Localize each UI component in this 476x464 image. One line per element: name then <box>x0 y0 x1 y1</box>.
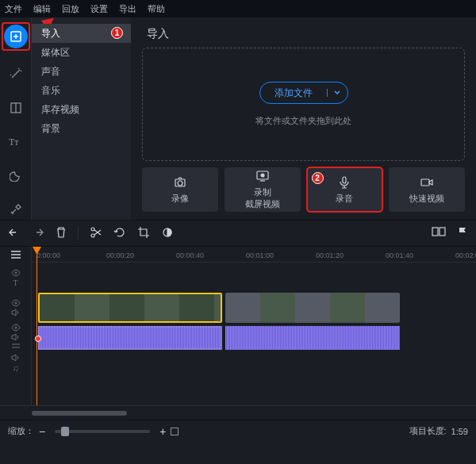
sidebar-item-label: 库存视频 <box>41 104 79 115</box>
menu-bar: 文件 编辑 回放 设置 导出 帮助 <box>0 0 476 17</box>
tool-import[interactable] <box>4 25 28 48</box>
crop-button[interactable] <box>137 226 150 241</box>
track-headers: T ♫ <box>0 247 32 405</box>
svg-point-15 <box>14 302 16 304</box>
import-panel: 导入 添加文件 将文件或文件夹拖到此处 录像 录制 截屏视频 2 录 <box>131 17 476 220</box>
menu-export[interactable]: 导出 <box>119 3 136 15</box>
redo-button[interactable] <box>32 226 44 241</box>
panel-title: 导入 <box>147 27 465 41</box>
tool-text[interactable]: Tт <box>4 131 28 152</box>
ruler-tick: 00:00:40 <box>176 251 204 259</box>
menu-help[interactable]: 帮助 <box>148 3 165 15</box>
rotate-icon <box>113 226 126 239</box>
tool-wand[interactable] <box>4 63 28 85</box>
time-ruler[interactable]: 0:00:00 00:00:20 00:00:40 00:01:00 00:01… <box>32 247 476 263</box>
ruler-tick: 00:02:00 <box>455 251 476 259</box>
sidebar-item-label: 媒体区 <box>41 47 70 58</box>
project-duration-label: 项目长度: <box>409 425 447 437</box>
capture-camera-button[interactable]: 录像 <box>142 167 218 212</box>
microphone-icon <box>337 175 351 190</box>
svg-point-3 <box>178 181 182 186</box>
camera-icon <box>173 175 187 190</box>
sidebar-item-bg[interactable]: 背景 <box>32 119 131 138</box>
eye-icon <box>11 299 21 307</box>
track-head-audio[interactable]: ♫ <box>0 350 31 377</box>
text-track-icon: T <box>13 278 17 287</box>
add-file-button[interactable]: 添加文件 <box>259 82 348 104</box>
zoom-slider-thumb[interactable] <box>61 427 69 436</box>
adjust-button[interactable] <box>161 226 174 241</box>
tool-tools[interactable] <box>4 198 28 220</box>
audio-clip-2[interactable] <box>225 326 400 350</box>
zoom-fit-button[interactable] <box>171 428 178 435</box>
undo-button[interactable] <box>8 226 21 241</box>
track-head-video[interactable] <box>0 293 31 323</box>
menu-file[interactable]: 文件 <box>5 3 22 15</box>
callout-badge-2: 2 <box>312 172 324 184</box>
screen-record-icon <box>255 169 270 183</box>
capture-quick-video-button[interactable]: 快速视频 <box>389 167 465 212</box>
svg-point-16 <box>14 327 16 328</box>
menu-playback[interactable]: 回放 <box>62 3 79 15</box>
sidebar-item-music[interactable]: 音乐 <box>32 81 131 100</box>
timeline-scrollbar[interactable] <box>0 405 476 420</box>
chevron-down-icon <box>333 89 341 97</box>
svg-point-9 <box>91 234 94 237</box>
tool-import-highlight <box>2 22 30 51</box>
overlay-track[interactable] <box>32 326 476 351</box>
menu-settings[interactable]: 设置 <box>90 3 108 15</box>
video-clip-1[interactable] <box>38 293 222 323</box>
zoom-in-button[interactable]: + <box>159 425 166 438</box>
cut-button[interactable] <box>90 226 102 241</box>
delete-button[interactable] <box>56 226 67 241</box>
menu-edit[interactable]: 编辑 <box>33 3 51 15</box>
sidebar-item-import[interactable]: 导入 1 <box>32 24 131 43</box>
tools-icon <box>10 203 22 216</box>
audio-clip-1[interactable] <box>38 326 222 350</box>
sidebar-item-sound[interactable]: 声音 <box>32 62 131 81</box>
sidebar-item-stock[interactable]: 库存视频 <box>32 100 131 119</box>
timeline: T ♫ 0:00:00 00:00:20 00:00:40 00:01:00 0… <box>0 247 476 405</box>
svg-rect-8 <box>421 179 429 186</box>
sidebar-item-media[interactable]: 媒体区 <box>32 43 131 62</box>
sidebar-item-label: 声音 <box>41 66 60 77</box>
project-duration-value: 1:59 <box>451 427 468 436</box>
svg-text:Tт: Tт <box>9 136 19 147</box>
split-view-button[interactable] <box>432 226 446 241</box>
flag-icon <box>457 226 468 239</box>
video-clip-2[interactable] <box>225 293 400 323</box>
audio-fade-handle[interactable] <box>35 336 41 342</box>
capture-audio-button[interactable]: 2 录音 <box>307 167 383 212</box>
video-track[interactable] <box>32 293 476 323</box>
zoom-slider[interactable] <box>55 430 150 433</box>
capture-screen-button[interactable]: 录制 截屏视频 <box>225 167 301 212</box>
rotate-button[interactable] <box>113 226 126 241</box>
track-head-overlay[interactable] <box>0 323 31 350</box>
track-head-text[interactable]: T <box>0 263 31 293</box>
tool-layout[interactable] <box>4 98 28 119</box>
marker-button[interactable] <box>457 226 468 241</box>
scrollbar-thumb[interactable] <box>32 411 127 416</box>
add-file-dropdown[interactable] <box>327 89 347 97</box>
capture-label: 快速视频 <box>409 193 444 205</box>
ruler-tick: 00:01:20 <box>316 251 344 259</box>
track-options-button[interactable] <box>0 247 31 263</box>
capture-label: 录像 <box>171 193 189 205</box>
ruler-tick: 00:00:20 <box>106 251 134 259</box>
svg-point-14 <box>14 271 16 273</box>
zoom-out-button[interactable]: − <box>39 425 45 438</box>
capture-row: 录像 录制 截屏视频 2 录音 快速视频 <box>142 167 465 212</box>
split-icon <box>432 226 446 237</box>
drop-zone[interactable]: 添加文件 将文件或文件夹拖到此处 <box>142 48 465 161</box>
eye-icon <box>11 324 21 332</box>
capture-label: 录音 <box>336 193 353 205</box>
ruler-tick: 00:01:00 <box>246 251 274 259</box>
timeline-toolbar <box>0 220 476 247</box>
timeline-body[interactable]: 0:00:00 00:00:20 00:00:40 00:01:00 00:01… <box>32 247 476 405</box>
import-category-list: 导入 1 媒体区 声音 音乐 库存视频 背景 <box>32 17 131 220</box>
tool-moon[interactable] <box>4 165 28 186</box>
speaker-icon <box>11 333 21 341</box>
svg-point-10 <box>91 228 94 231</box>
eye-icon <box>11 269 21 277</box>
layout-icon <box>10 102 22 114</box>
